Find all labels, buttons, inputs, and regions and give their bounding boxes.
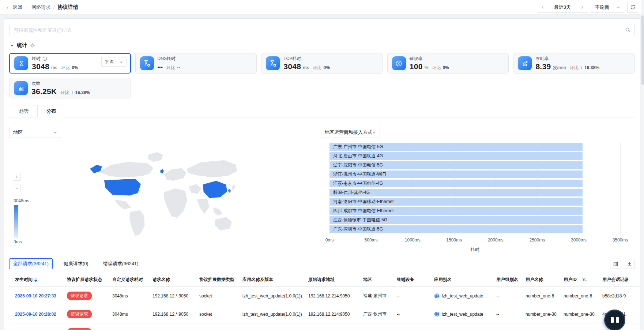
stat-card-throughput[interactable]: 8.39 次/min 环比 ↑ 16.38% 吞吐率 bbox=[513, 53, 635, 74]
cell-region: 福建-泉州市 bbox=[360, 287, 394, 305]
bar-row: 江苏-南京市-中国电信-4G bbox=[329, 180, 620, 187]
stat-unit: ms bbox=[303, 65, 309, 70]
stat-label: TCP耗时 bbox=[283, 56, 301, 62]
alias-label: lzh_test_web_update bbox=[442, 312, 483, 317]
search-icon[interactable] bbox=[625, 27, 630, 34]
refresh-mode-select[interactable]: 不刷新 bbox=[591, 2, 624, 13]
cell-time: 2025-09-10 20:27:33 bbox=[9, 287, 64, 305]
bar-row: 广东-广州市-中国电信-5G bbox=[329, 143, 620, 151]
table-row[interactable]: 2025-09-10 20:27:33错误请求3048ms192.168.12.… bbox=[9, 287, 640, 305]
scrollbar-thumb[interactable] bbox=[641, 15, 644, 85]
refresh-button[interactable] bbox=[627, 2, 638, 13]
world-map[interactable] bbox=[79, 147, 239, 240]
cell-user_id: number_one-3 bbox=[561, 323, 599, 330]
bar[interactable]: 河南-洛阳市-中国移动-Ethernet bbox=[329, 198, 583, 206]
cell-device: -- bbox=[394, 287, 431, 305]
collapse-chevron-icon[interactable] bbox=[10, 44, 14, 48]
bar[interactable]: 广东-深圳市-中国联通-5G bbox=[329, 225, 583, 233]
stats-title: 统计 bbox=[17, 42, 27, 49]
hourglass-icon bbox=[14, 56, 28, 70]
x-tick-label: 1500ms bbox=[446, 237, 462, 243]
cell-region: 江苏-无锡市 bbox=[360, 323, 394, 330]
aggregation-select[interactable]: 平均 bbox=[101, 57, 127, 67]
ratio-value: 0% bbox=[323, 65, 329, 70]
trend-up-icon: ↑ bbox=[71, 90, 74, 95]
column-label: 用户会话记录 bbox=[602, 277, 629, 283]
stat-value: 3048 bbox=[283, 62, 301, 71]
status-badge: 错误请求 bbox=[67, 310, 92, 318]
map-region-korea bbox=[227, 188, 231, 193]
bar-row: 江西-景德镇市-中国电信-5G bbox=[329, 216, 620, 224]
cell-user_group: -- bbox=[493, 287, 523, 305]
chevron-left-icon bbox=[541, 5, 545, 9]
time-range-prev-button[interactable] bbox=[537, 2, 548, 12]
x-tick-label: 500ms bbox=[365, 237, 378, 243]
stat-card-dns[interactable]: DNS耗时 -- 环比 -- bbox=[135, 53, 257, 74]
ratio-label: 环比 bbox=[432, 65, 441, 71]
stat-card-duration[interactable]: 耗时 3048 ms 环比 0% 平均 bbox=[9, 53, 131, 74]
region-dimension-select[interactable]: 地区 bbox=[9, 127, 61, 138]
cell-address: 192.168.12.214:9050 bbox=[305, 323, 360, 330]
page-scrollbar[interactable] bbox=[641, 0, 644, 330]
back-button[interactable]: ← 返回 bbox=[6, 4, 22, 11]
time-range-control: 最近3天 bbox=[537, 2, 588, 13]
map-zoom-controls: + − bbox=[13, 173, 21, 192]
request-time-link[interactable]: 2025-09-10 20:27:33 bbox=[15, 293, 56, 299]
chart-x-axis: 0ms500ms1000ms1500ms2000ms2500ms3000ms35… bbox=[329, 237, 620, 243]
ratio-label: 环比 bbox=[313, 65, 321, 71]
filter-icon[interactable] bbox=[582, 277, 587, 282]
map-zoom-out-button[interactable]: − bbox=[13, 184, 21, 192]
map-zoom-in-button[interactable]: + bbox=[13, 173, 21, 181]
bar[interactable]: 韩国-仁川-其他-4G bbox=[329, 189, 583, 196]
tab-error-requests[interactable]: 错误请求(36241) bbox=[99, 259, 142, 269]
map-legend: 3048ms 0ms bbox=[14, 198, 29, 244]
cell-name: 192.168.12.*:9050 bbox=[150, 323, 196, 330]
bar[interactable]: 河北-唐山市-中国联通-4G bbox=[329, 152, 583, 160]
cell-name: 192.168.12.*:9050 bbox=[150, 305, 196, 323]
tab-trend[interactable]: 趋势 bbox=[10, 105, 38, 117]
column-label: 协议扩展数据类型 bbox=[199, 277, 234, 283]
bar[interactable]: 江西-景德镇市-中国电信-5G bbox=[329, 216, 583, 224]
request-time-link[interactable]: 2025-09-10 20:28:02 bbox=[15, 312, 56, 317]
legend-gradient bbox=[14, 205, 18, 238]
tab-healthy-requests[interactable]: 健康请求(0) bbox=[60, 259, 92, 269]
aggregation-value: 平均 bbox=[105, 59, 114, 65]
ratio-label: 环比 bbox=[61, 90, 69, 96]
breadcrumb-parent[interactable]: 网络请求 bbox=[31, 4, 50, 11]
cell-user_name: number_one-3 bbox=[523, 323, 561, 330]
stat-card-error-rate[interactable]: 错误率 100 % 环比 0% bbox=[387, 53, 509, 74]
column-label: 用户组别名 bbox=[496, 277, 518, 283]
assistant-widget[interactable] bbox=[604, 310, 625, 330]
time-range-value[interactable]: 最近3天 bbox=[548, 4, 577, 11]
stat-card-count[interactable]: 次数 36.25K 环比 ↑ 16.38% bbox=[9, 78, 131, 98]
chart-dimension-select[interactable]: 地区运营商和接入方式 bbox=[321, 127, 380, 138]
stat-card-tcp[interactable]: TCP耗时 3048 ms 环比 0% bbox=[261, 53, 383, 74]
time-range-next-button[interactable] bbox=[577, 2, 588, 12]
web-app-icon bbox=[434, 293, 440, 299]
table-row[interactable]: 2025-09-10 20:28:02错误请求3048ms192.168.12.… bbox=[9, 305, 640, 323]
download-button[interactable] bbox=[624, 259, 635, 269]
cell-status: 错误请求 bbox=[64, 287, 109, 305]
gear-icon[interactable] bbox=[30, 43, 35, 48]
refresh-mode-value: 不刷新 bbox=[595, 4, 609, 11]
filter-input[interactable] bbox=[9, 24, 635, 36]
info-icon[interactable] bbox=[42, 56, 47, 61]
table-row[interactable]: 2025-09-10 20:27:30错误请求3048ms192.168.12.… bbox=[9, 323, 640, 330]
column-header-3: 请求名称 bbox=[150, 272, 196, 287]
column-settings-button[interactable] bbox=[610, 259, 621, 269]
bar[interactable]: 江苏-南京市-中国电信-4G bbox=[329, 180, 583, 187]
column-label: 用户ID bbox=[564, 277, 577, 283]
map-panel: 地区 bbox=[9, 122, 321, 247]
cell-user_name: number_one-30 bbox=[523, 305, 561, 323]
bar[interactable]: 浙江-温州市-中国联通-WIFI bbox=[329, 170, 583, 178]
bar[interactable]: 辽宁-沈阳市-中国电信-5G bbox=[329, 161, 583, 169]
column-label: 应用别名 bbox=[434, 277, 452, 283]
sort-icon[interactable] bbox=[34, 278, 37, 282]
bar[interactable]: 广东-广州市-中国电信-5G bbox=[329, 143, 583, 151]
column-label: 用户名称 bbox=[526, 277, 543, 283]
cell-device: xiaomi 小米10 bbox=[394, 323, 431, 330]
tab-distribution[interactable]: 分布 bbox=[37, 105, 65, 117]
column-header-5: 应用名称及版本 bbox=[240, 272, 305, 287]
tab-all-requests[interactable]: 全部请求(36241) bbox=[9, 258, 53, 269]
bar[interactable]: 四川-成都市-中国电信-Ethernet bbox=[329, 207, 583, 215]
